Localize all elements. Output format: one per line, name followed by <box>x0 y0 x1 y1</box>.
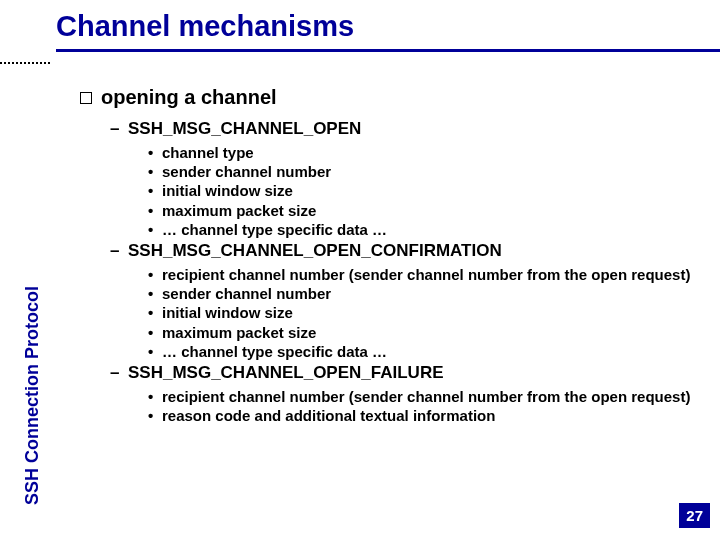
slide-body: opening a channel SSH_MSG_CHANNEL_OPEN c… <box>80 86 700 425</box>
list-item: maximum packet size <box>148 323 700 342</box>
msg-heading: SSH_MSG_CHANNEL_OPEN_CONFIRMATION <box>110 241 700 261</box>
list-item: maximum packet size <box>148 201 700 220</box>
sidebar-label: SSH Connection Protocol <box>22 286 43 505</box>
list-item: recipient channel number (sender channel… <box>148 387 700 406</box>
list-item: recipient channel number (sender channel… <box>148 265 700 284</box>
section-heading: opening a channel <box>80 86 700 109</box>
slide-title: Channel mechanisms <box>56 10 720 43</box>
msg-heading: SSH_MSG_CHANNEL_OPEN_FAILURE <box>110 363 700 383</box>
title-rule <box>56 49 720 52</box>
msg-heading: SSH_MSG_CHANNEL_OPEN <box>110 119 700 139</box>
list-item: sender channel number <box>148 284 700 303</box>
list-item: sender channel number <box>148 162 700 181</box>
list-item: reason code and additional textual infor… <box>148 406 700 425</box>
list-item: … channel type specific data … <box>148 342 700 361</box>
list-item: initial window size <box>148 303 700 322</box>
list-item: channel type <box>148 143 700 162</box>
dotted-rule <box>0 62 50 64</box>
list-item: initial window size <box>148 181 700 200</box>
page-number: 27 <box>679 503 710 528</box>
list-item: … channel type specific data … <box>148 220 700 239</box>
